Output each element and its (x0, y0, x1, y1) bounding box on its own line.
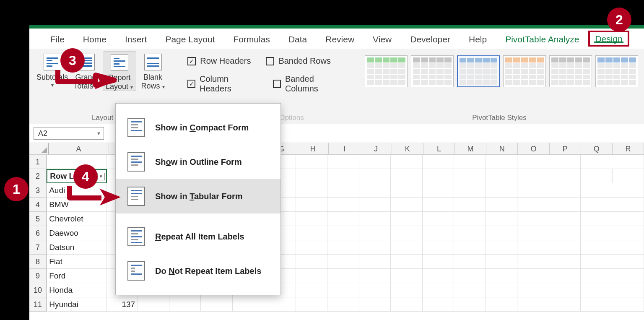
cell-P8[interactable] (549, 255, 581, 269)
style-thumb-1[interactable] (365, 55, 408, 87)
column-header-L[interactable]: L (423, 143, 455, 155)
cell-N1[interactable] (486, 155, 517, 169)
cell-K4[interactable] (391, 198, 422, 212)
cell-H7[interactable] (296, 240, 327, 255)
cell-R7[interactable] (612, 240, 644, 255)
cell-H8[interactable] (296, 255, 327, 269)
tab-help[interactable]: Help (460, 31, 496, 46)
cell-Q9[interactable] (581, 269, 612, 283)
column-header-O[interactable]: O (518, 143, 549, 155)
cell-O6[interactable] (517, 226, 549, 240)
cell-P5[interactable] (549, 212, 581, 226)
cell-K10[interactable] (391, 283, 422, 297)
cell-P6[interactable] (549, 226, 581, 240)
cell-P7[interactable] (549, 240, 581, 255)
cell-a9[interactable]: Ford (47, 269, 106, 283)
style-thumb-2[interactable] (411, 55, 454, 87)
blank-rows-button[interactable]: Blank Rows ▾ (136, 51, 170, 90)
menu-item-outline[interactable]: Show in Outline Form (116, 145, 280, 179)
row-header-7[interactable]: 7 (29, 240, 47, 255)
menu-item-compact[interactable]: Show in Compact Form (116, 110, 280, 145)
cell-K1[interactable] (391, 155, 422, 169)
cell-N2[interactable] (486, 169, 517, 183)
column-header-N[interactable]: N (486, 143, 518, 155)
column-header-M[interactable]: M (455, 143, 486, 155)
cell-Q3[interactable] (581, 183, 612, 198)
cell-L6[interactable] (423, 226, 454, 240)
cell-O10[interactable] (517, 283, 549, 297)
tab-home[interactable]: Home (74, 31, 116, 46)
cell-O3[interactable] (517, 183, 549, 198)
tab-design[interactable]: Design (588, 31, 629, 47)
cell-K5[interactable] (391, 212, 422, 226)
row-header-9[interactable]: 9 (29, 269, 47, 283)
cell-P10[interactable] (549, 283, 581, 297)
cell-I5[interactable] (327, 212, 359, 226)
column-headers-checkbox[interactable]: ✓ Column Headers (187, 74, 258, 94)
cell-Q1[interactable] (581, 155, 612, 169)
column-header-P[interactable]: P (550, 143, 581, 155)
cell-J11[interactable] (359, 297, 391, 312)
row-header-1[interactable]: 1 (29, 155, 47, 169)
cell-J9[interactable] (359, 269, 391, 283)
cell-K8[interactable] (391, 255, 422, 269)
menu-item-norepeat[interactable]: Do Not Repeat Item Labels (116, 254, 280, 288)
cell-N7[interactable] (486, 240, 517, 255)
cell-I2[interactable] (327, 169, 359, 183)
cell-H6[interactable] (296, 226, 327, 240)
column-header-Q[interactable]: Q (581, 143, 613, 155)
cell-R1[interactable] (612, 155, 644, 169)
cell-N10[interactable] (486, 283, 517, 297)
cell-L10[interactable] (423, 283, 454, 297)
cell-M8[interactable] (454, 255, 486, 269)
cell-H5[interactable] (296, 212, 327, 226)
cell-M3[interactable] (454, 183, 486, 198)
tab-file[interactable]: File (41, 31, 74, 46)
cell-Q6[interactable] (581, 226, 612, 240)
tab-insert[interactable]: Insert (116, 31, 156, 46)
column-header-A[interactable]: A (49, 143, 109, 155)
cell-M4[interactable] (454, 198, 486, 212)
cell-M5[interactable] (454, 212, 486, 226)
style-thumb-5[interactable] (549, 55, 592, 87)
cell-a7[interactable]: Datsun (47, 240, 106, 255)
cell-I4[interactable] (327, 198, 359, 212)
select-all-corner[interactable] (29, 143, 49, 155)
cell-R9[interactable] (612, 269, 644, 283)
row-headers-checkbox[interactable]: ✓ Row Headers (187, 56, 251, 66)
cell-L4[interactable] (423, 198, 454, 212)
cell-O11[interactable] (517, 297, 549, 312)
cell-J6[interactable] (359, 226, 391, 240)
cell-I10[interactable] (327, 283, 359, 297)
cell-N4[interactable] (486, 198, 517, 212)
cell-O1[interactable] (517, 155, 549, 169)
cell-P9[interactable] (549, 269, 581, 283)
cell-O9[interactable] (517, 269, 549, 283)
cell-K3[interactable] (391, 183, 422, 198)
style-thumb-3[interactable] (457, 55, 500, 87)
cell-L2[interactable] (423, 169, 454, 183)
cell-R8[interactable] (612, 255, 644, 269)
cell-R6[interactable] (612, 226, 644, 240)
cell-L1[interactable] (423, 155, 454, 169)
cell-P1[interactable] (549, 155, 581, 169)
tab-pagelayout[interactable]: Page Layout (156, 31, 224, 46)
cell-O7[interactable] (517, 240, 549, 255)
cell-M2[interactable] (454, 169, 486, 183)
row-header-11[interactable]: 11 (29, 297, 47, 312)
tab-developer[interactable]: Developer (401, 31, 460, 46)
banded-rows-checkbox[interactable]: Banded Rows (266, 56, 331, 66)
cell-O5[interactable] (517, 212, 549, 226)
cell-R11[interactable] (612, 297, 644, 312)
cell-J4[interactable] (359, 198, 391, 212)
cell-N3[interactable] (486, 183, 517, 198)
cell-Q10[interactable] (581, 283, 612, 297)
cell-K2[interactable] (391, 169, 422, 183)
cell-P11[interactable] (549, 297, 581, 312)
cell-P2[interactable] (549, 169, 581, 183)
cell-N9[interactable] (486, 269, 517, 283)
cell-J8[interactable] (359, 255, 391, 269)
cell-a6[interactable]: Daewoo (47, 226, 106, 240)
cell-M9[interactable] (454, 269, 486, 283)
cell-I1[interactable] (327, 155, 359, 169)
